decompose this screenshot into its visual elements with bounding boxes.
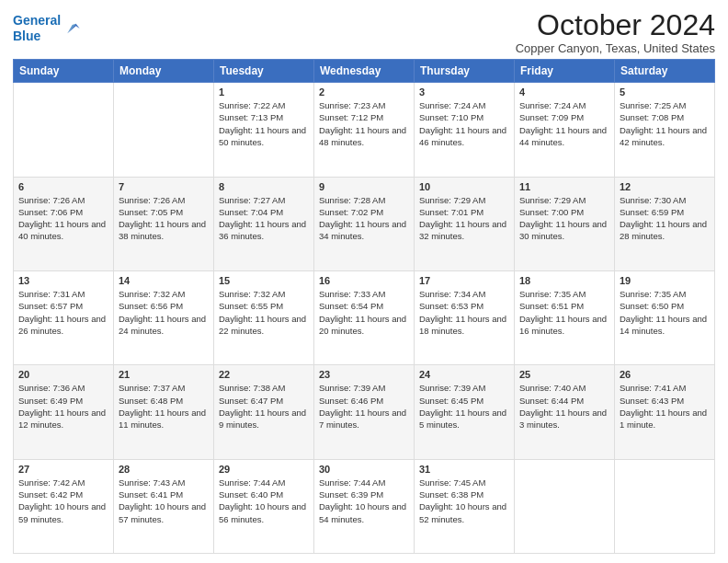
calendar-cell: 20Sunrise: 7:36 AM Sunset: 6:49 PM Dayli… xyxy=(14,365,114,459)
calendar-cell: 10Sunrise: 7:29 AM Sunset: 7:01 PM Dayli… xyxy=(415,177,515,270)
day-number: 20 xyxy=(18,369,108,380)
calendar-cell: 30Sunrise: 7:44 AM Sunset: 6:39 PM Dayli… xyxy=(314,459,415,553)
day-header-friday: Friday xyxy=(515,60,615,83)
day-header-sunday: Sunday xyxy=(14,60,114,83)
calendar-cell: 21Sunrise: 7:37 AM Sunset: 6:48 PM Dayli… xyxy=(114,365,214,459)
calendar-cell xyxy=(114,83,214,177)
logo-text: General Blue xyxy=(13,13,61,44)
day-number: 26 xyxy=(620,369,710,380)
day-info: Sunrise: 7:34 AM Sunset: 6:53 PM Dayligh… xyxy=(419,288,509,337)
calendar-cell: 4Sunrise: 7:24 AM Sunset: 7:09 PM Daylig… xyxy=(515,83,615,177)
day-number: 17 xyxy=(419,275,509,286)
day-info: Sunrise: 7:31 AM Sunset: 6:57 PM Dayligh… xyxy=(18,288,108,337)
calendar-cell xyxy=(615,459,715,553)
calendar-cell: 15Sunrise: 7:32 AM Sunset: 6:55 PM Dayli… xyxy=(214,270,314,364)
calendar-cell: 18Sunrise: 7:35 AM Sunset: 6:51 PM Dayli… xyxy=(515,270,615,364)
day-number: 8 xyxy=(219,181,309,192)
day-info: Sunrise: 7:29 AM Sunset: 7:00 PM Dayligh… xyxy=(519,194,609,243)
day-number: 18 xyxy=(519,275,609,286)
day-number: 13 xyxy=(18,275,108,286)
day-number: 19 xyxy=(620,275,710,286)
day-number: 6 xyxy=(18,181,108,192)
day-number: 22 xyxy=(219,369,309,380)
day-info: Sunrise: 7:24 AM Sunset: 7:10 PM Dayligh… xyxy=(419,99,509,148)
calendar-cell: 14Sunrise: 7:32 AM Sunset: 6:56 PM Dayli… xyxy=(114,270,214,364)
location-title: Copper Canyon, Texas, United States xyxy=(516,41,715,55)
calendar-week-row: 6Sunrise: 7:26 AM Sunset: 7:06 PM Daylig… xyxy=(14,177,715,270)
day-info: Sunrise: 7:45 AM Sunset: 6:38 PM Dayligh… xyxy=(419,477,509,525)
day-info: Sunrise: 7:22 AM Sunset: 7:13 PM Dayligh… xyxy=(219,99,309,148)
calendar-cell: 29Sunrise: 7:44 AM Sunset: 6:40 PM Dayli… xyxy=(214,459,314,553)
day-header-thursday: Thursday xyxy=(415,60,515,83)
day-info: Sunrise: 7:38 AM Sunset: 6:47 PM Dayligh… xyxy=(219,382,309,431)
day-info: Sunrise: 7:41 AM Sunset: 6:43 PM Dayligh… xyxy=(620,382,710,431)
day-info: Sunrise: 7:33 AM Sunset: 6:54 PM Dayligh… xyxy=(319,288,409,337)
day-info: Sunrise: 7:35 AM Sunset: 6:50 PM Dayligh… xyxy=(620,288,710,337)
calendar-cell: 3Sunrise: 7:24 AM Sunset: 7:10 PM Daylig… xyxy=(415,83,515,177)
day-info: Sunrise: 7:28 AM Sunset: 7:02 PM Dayligh… xyxy=(319,194,409,243)
calendar-cell: 1Sunrise: 7:22 AM Sunset: 7:13 PM Daylig… xyxy=(214,83,314,177)
day-number: 29 xyxy=(219,464,309,475)
logo-blue: Blue xyxy=(13,29,40,43)
day-number: 12 xyxy=(620,181,710,192)
calendar-cell: 12Sunrise: 7:30 AM Sunset: 6:59 PM Dayli… xyxy=(615,177,715,270)
day-number: 1 xyxy=(219,86,309,98)
day-header-tuesday: Tuesday xyxy=(214,60,314,83)
day-number: 9 xyxy=(319,181,409,192)
day-number: 4 xyxy=(519,86,609,98)
calendar-cell: 31Sunrise: 7:45 AM Sunset: 6:38 PM Dayli… xyxy=(415,459,515,553)
day-info: Sunrise: 7:30 AM Sunset: 6:59 PM Dayligh… xyxy=(620,194,710,243)
day-number: 2 xyxy=(319,86,409,98)
day-info: Sunrise: 7:27 AM Sunset: 7:04 PM Dayligh… xyxy=(219,194,309,243)
day-number: 15 xyxy=(219,275,309,286)
day-number: 14 xyxy=(119,275,209,286)
title-block: October 2024 Copper Canyon, Texas, Unite… xyxy=(516,9,715,55)
day-info: Sunrise: 7:25 AM Sunset: 7:08 PM Dayligh… xyxy=(620,99,710,148)
day-info: Sunrise: 7:24 AM Sunset: 7:09 PM Dayligh… xyxy=(519,99,609,148)
day-header-monday: Monday xyxy=(114,60,214,83)
day-info: Sunrise: 7:39 AM Sunset: 6:45 PM Dayligh… xyxy=(419,382,509,431)
day-number: 7 xyxy=(119,181,209,192)
day-number: 23 xyxy=(319,369,409,380)
day-info: Sunrise: 7:44 AM Sunset: 6:40 PM Dayligh… xyxy=(219,477,309,525)
calendar-cell: 23Sunrise: 7:39 AM Sunset: 6:46 PM Dayli… xyxy=(314,365,415,459)
calendar-cell: 7Sunrise: 7:26 AM Sunset: 7:05 PM Daylig… xyxy=(114,177,214,270)
day-header-saturday: Saturday xyxy=(615,60,715,83)
day-info: Sunrise: 7:32 AM Sunset: 6:56 PM Dayligh… xyxy=(119,288,209,337)
logo-icon xyxy=(63,19,81,38)
day-info: Sunrise: 7:44 AM Sunset: 6:39 PM Dayligh… xyxy=(319,477,409,525)
calendar-cell: 8Sunrise: 7:27 AM Sunset: 7:04 PM Daylig… xyxy=(214,177,314,270)
calendar-cell: 16Sunrise: 7:33 AM Sunset: 6:54 PM Dayli… xyxy=(314,270,415,364)
day-info: Sunrise: 7:26 AM Sunset: 7:06 PM Dayligh… xyxy=(18,194,108,243)
calendar-cell: 2Sunrise: 7:23 AM Sunset: 7:12 PM Daylig… xyxy=(314,83,415,177)
day-number: 28 xyxy=(119,464,209,475)
calendar-week-row: 27Sunrise: 7:42 AM Sunset: 6:42 PM Dayli… xyxy=(14,459,715,553)
day-number: 27 xyxy=(18,464,108,475)
day-info: Sunrise: 7:35 AM Sunset: 6:51 PM Dayligh… xyxy=(519,288,609,337)
calendar-cell: 11Sunrise: 7:29 AM Sunset: 7:00 PM Dayli… xyxy=(515,177,615,270)
calendar-week-row: 20Sunrise: 7:36 AM Sunset: 6:49 PM Dayli… xyxy=(14,365,715,459)
day-info: Sunrise: 7:29 AM Sunset: 7:01 PM Dayligh… xyxy=(419,194,509,243)
day-info: Sunrise: 7:37 AM Sunset: 6:48 PM Dayligh… xyxy=(119,382,209,431)
calendar-header-row: SundayMondayTuesdayWednesdayThursdayFrid… xyxy=(14,60,715,83)
month-title: October 2024 xyxy=(516,9,715,41)
day-number: 11 xyxy=(519,181,609,192)
calendar-cell xyxy=(14,83,114,177)
calendar-cell: 9Sunrise: 7:28 AM Sunset: 7:02 PM Daylig… xyxy=(314,177,415,270)
day-number: 3 xyxy=(419,86,509,98)
day-number: 25 xyxy=(519,369,609,380)
day-number: 21 xyxy=(119,369,209,380)
calendar-cell xyxy=(515,459,615,553)
day-header-wednesday: Wednesday xyxy=(314,60,415,83)
calendar-cell: 6Sunrise: 7:26 AM Sunset: 7:06 PM Daylig… xyxy=(14,177,114,270)
day-info: Sunrise: 7:26 AM Sunset: 7:05 PM Dayligh… xyxy=(119,194,209,243)
page: General Blue October 2024 Copper Canyon,… xyxy=(0,0,728,563)
logo: General Blue xyxy=(13,13,81,44)
day-info: Sunrise: 7:43 AM Sunset: 6:41 PM Dayligh… xyxy=(119,477,209,525)
calendar-cell: 13Sunrise: 7:31 AM Sunset: 6:57 PM Dayli… xyxy=(14,270,114,364)
calendar-week-row: 1Sunrise: 7:22 AM Sunset: 7:13 PM Daylig… xyxy=(14,83,715,177)
calendar-cell: 19Sunrise: 7:35 AM Sunset: 6:50 PM Dayli… xyxy=(615,270,715,364)
day-number: 16 xyxy=(319,275,409,286)
day-number: 10 xyxy=(419,181,509,192)
day-info: Sunrise: 7:42 AM Sunset: 6:42 PM Dayligh… xyxy=(18,477,108,525)
